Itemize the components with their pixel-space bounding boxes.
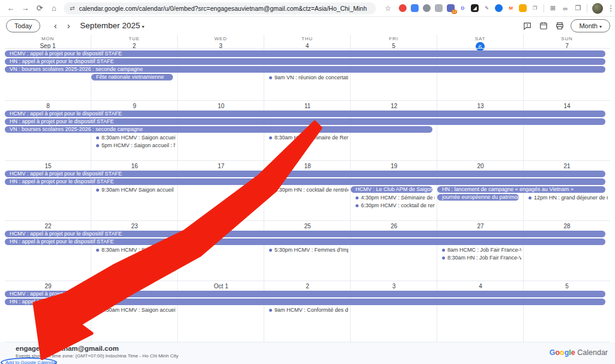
today-button[interactable]: Today [6,19,40,32]
date-number[interactable]: 11 [264,103,351,109]
event-bar[interactable]: HCMV : appel à projet pour le dispositif… [5,50,605,57]
event-item[interactable]: 9am HCMV : Conformité des données en er [269,306,348,314]
event-item[interactable]: 5:30pm HCMV : Femmes d'Impact : Regard [269,246,348,253]
ext-purple-badge-icon[interactable]: 12 [447,4,455,12]
event-bar[interactable]: HCMV : appel à projet pour le dispositif… [5,231,605,237]
day-cell[interactable] [437,101,524,160]
forward-icon[interactable]: → [18,2,32,14]
ext-camera-icon[interactable] [423,4,431,12]
calendar-icon[interactable] [538,20,549,31]
event-bar[interactable]: VN : bourses scolaires 2025-2026 : secon… [5,66,605,73]
event-bar[interactable]: HN : appel à projet pour le dispositif S… [5,299,605,305]
event-bar[interactable]: HN : lancement de campagne « engagés au … [437,186,605,193]
google-calendar-logo[interactable]: Google Calendar [550,348,608,357]
print-icon[interactable] [554,20,565,31]
url-text[interactable]: calendar.google.com/calendar/u/0/embed?s… [79,5,366,12]
day-cell[interactable] [5,221,91,281]
date-number[interactable]: 16 [91,163,178,169]
view-select[interactable]: Month▾ [571,19,610,32]
day-cell[interactable] [178,161,264,220]
event-item[interactable]: 9am VN : réunion de concertation dans le… [269,74,348,81]
date-number[interactable]: 28 [524,223,610,229]
profile-avatar[interactable] [592,3,603,14]
date-number[interactable]: 18 [264,163,351,169]
day-cell[interactable] [5,161,91,220]
event-item[interactable]: 8:30am HN : Séminaire de Rentrée 2025 de [269,134,348,141]
ext-clipboard-icon[interactable]: ❐ [531,4,539,12]
feedback-icon[interactable] [522,20,533,31]
date-number[interactable]: 20 [437,163,524,169]
date-number[interactable]: 9 [91,103,178,109]
browser-menu-icon[interactable]: ⋮ [607,2,615,14]
tab-search-icon[interactable]: ❐ [574,4,582,12]
event-item[interactable]: 4:30pm HCMV : Séminaire de rentrée 2025 [356,194,435,201]
event-bar[interactable]: HN : appel à projet pour le dispositif S… [5,58,605,65]
date-number[interactable]: 30 [91,283,178,290]
event-bar[interactable]: VN : bourses scolaires 2025-2026 : secon… [5,126,432,133]
date-number[interactable]: 25 [264,223,351,229]
event-item[interactable]: 12pm HN : grand déjeuner de rentrée de H… [529,194,608,201]
ext-dark-icon[interactable]: ◢ [471,4,479,12]
date-number[interactable]: 21 [524,163,610,169]
ext-grey-icon[interactable] [435,4,443,12]
event-bar[interactable]: HN : appel à projet pour le dispositif S… [5,238,605,245]
date-number[interactable]: 24 [178,223,264,229]
event-bar[interactable]: Fête nationale vietnamienne [91,74,173,80]
site-info-icon[interactable]: ⇄ [70,5,74,11]
date-number[interactable]: 2 [264,283,351,290]
event-item[interactable]: 8:30am HCMV : Saigon accueil : permanenc [96,134,175,141]
side-panel-icon[interactable]: ⊞ [549,4,557,12]
event-item[interactable]: 8:30am HN : Job Fair France-Vietnam 2025 [442,254,521,261]
event-item[interactable]: 5pm HCMV : Saigon accueil : l'escale du … [96,142,175,149]
event-bar[interactable]: journée européenne du patrimoine [437,194,519,201]
date-number[interactable]: 23 [91,223,178,229]
date-number[interactable]: 14 [524,103,610,109]
day-cell[interactable] [524,221,610,281]
date-number[interactable]: Oct 1 [178,283,264,290]
date-number[interactable]: 12 [351,103,437,109]
date-number[interactable]: 5 [524,283,610,290]
ext-m-orange-icon[interactable]: M [507,4,515,12]
event-item[interactable]: 8am HCMC : Job Fair France-Vietnam 2025 [442,246,521,253]
event-bar[interactable]: HCMV : appel à projet pour le dispositif… [5,171,605,177]
event-bar[interactable]: HN : appel à projet pour le dispositif S… [5,178,605,185]
day-cell[interactable] [178,221,264,281]
link-icon[interactable]: ∞ [562,4,569,12]
ext-red-shield-icon[interactable] [399,4,407,12]
event-bar[interactable]: HCMV : appel à projet pour le dispositif… [5,111,605,117]
date-number[interactable]: 13 [437,103,524,109]
back-icon[interactable]: ← [4,2,18,14]
next-month-icon[interactable]: › [62,21,75,30]
date-number[interactable]: 4 [437,283,524,290]
event-bar[interactable]: HN : appel à projet pour le dispositif S… [5,118,605,125]
event-item[interactable]: 9:30am HCMV : Saigon accueil : permanenc [96,306,175,314]
refresh-icon[interactable]: ⟳ [32,2,47,14]
add-to-google-calendar-button[interactable]: Add to Google Calendar [5,360,57,364]
ext-blue-drive-icon[interactable] [411,4,419,12]
calendar-title[interactable]: September 2025▾ [80,21,144,30]
date-number[interactable]: 10 [178,103,264,109]
date-number[interactable]: 19 [351,163,437,169]
date-number[interactable]: 3 [351,283,437,290]
event-bar[interactable]: HCMV : Le Club APM de Saigon "L'ambition… [351,186,432,193]
date-number[interactable]: 26 [351,223,437,229]
ext-d-icon[interactable]: D [459,4,467,12]
day-cell[interactable] [351,221,437,281]
ext-pen-icon[interactable]: ✎ [483,4,491,12]
address-bar[interactable]: ⇄ calendar.google.com/calendar/u/0/embed… [64,2,376,14]
prev-month-icon[interactable]: ‹ [49,21,62,30]
bookmark-star-icon[interactable]: ☆ [381,2,395,14]
event-item[interactable]: 6:30pm HCMV : cocktail de rentrée de la … [356,202,435,209]
ext-yellow-card-icon[interactable] [519,4,527,12]
ext-blue-circle-icon[interactable] [495,4,503,12]
day-cell[interactable] [524,101,610,160]
home-icon[interactable]: ⌂ [47,2,61,14]
date-number[interactable]: 27 [437,223,524,229]
date-number[interactable]: 8 [5,103,91,109]
date-number[interactable]: 22 [5,223,91,229]
date-number[interactable]: 17 [178,163,264,169]
event-bar[interactable]: HCMV : appel à projet pour le dispositif… [5,291,605,297]
date-number[interactable]: 15 [5,163,91,169]
event-item[interactable]: 6:30pm HN : cocktail de rentrée de la CC… [269,186,348,193]
event-item[interactable]: 9:30am HCMV Saigon accueil : permanenc [96,186,175,193]
